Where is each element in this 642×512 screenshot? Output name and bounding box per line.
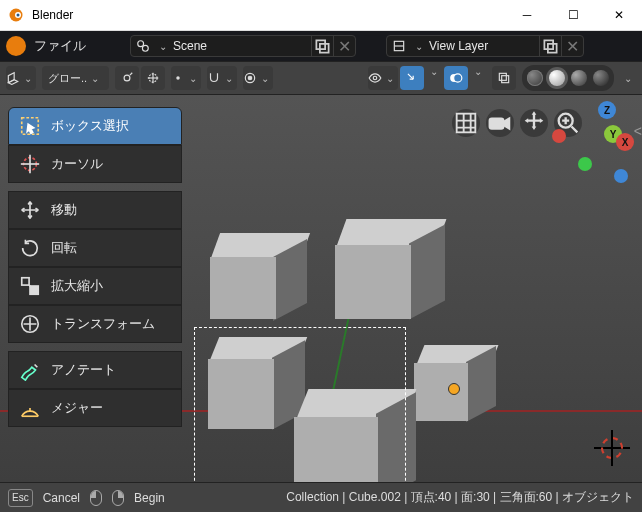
viewlayer-name[interactable]: View Layer xyxy=(427,39,539,53)
object-visibility-button[interactable]: ⌄ xyxy=(368,66,398,90)
tool-label: ボックス選択 xyxy=(51,117,129,135)
esc-key-hint: Esc xyxy=(8,489,33,507)
pan-view-button[interactable] xyxy=(520,109,548,137)
tool-cursor[interactable]: カーソル xyxy=(8,145,182,183)
cube-object[interactable] xyxy=(335,219,441,325)
delete-viewlayer-button[interactable]: ✕ xyxy=(561,35,583,57)
shading-options-chevron-icon[interactable]: ⌄ xyxy=(620,73,636,84)
window-minimize-button[interactable]: ─ xyxy=(504,0,550,30)
window-title: Blender xyxy=(32,8,504,22)
window-close-button[interactable]: ✕ xyxy=(596,0,642,30)
mouse-right-icon xyxy=(112,490,124,506)
svg-point-10 xyxy=(124,75,130,81)
svg-point-2 xyxy=(17,14,20,17)
viewlayer-selector[interactable]: ⌄ View Layer ✕ xyxy=(386,35,584,57)
show-overlays-button[interactable] xyxy=(444,66,468,90)
new-viewlayer-button[interactable] xyxy=(539,35,561,57)
file-menu[interactable]: ファイル xyxy=(34,37,86,55)
svg-rect-30 xyxy=(490,118,504,128)
tool-label: メジャー xyxy=(51,399,103,417)
xray-toggle-button[interactable] xyxy=(492,66,516,90)
svg-point-4 xyxy=(142,45,148,51)
tool-annotate[interactable]: アノテート xyxy=(8,351,182,389)
svg-rect-20 xyxy=(499,73,506,80)
svg-rect-21 xyxy=(502,76,509,83)
grid-view-button[interactable] xyxy=(452,109,480,137)
tool-label: トランスフォーム xyxy=(51,315,155,333)
snap-button[interactable]: ⌄ xyxy=(207,66,237,90)
begin-hint: Begin xyxy=(134,491,165,505)
window-titlebar: Blender ─ ☐ ✕ xyxy=(0,0,642,31)
tool-label: 移動 xyxy=(51,201,77,219)
wireframe-shading-button[interactable] xyxy=(524,67,546,89)
tool-box-select[interactable]: ボックス選択 xyxy=(8,107,182,145)
cursor-icon xyxy=(19,153,41,175)
new-scene-button[interactable] xyxy=(311,35,333,57)
top-menubar: ファイル ⌄ Scene ✕ ⌄ View Layer ✕ xyxy=(0,31,642,61)
mode-label: グロー.. xyxy=(48,71,87,86)
solid-shading-button[interactable] xyxy=(546,67,568,89)
scene-name[interactable]: Scene xyxy=(171,39,311,53)
tool-scale[interactable]: 拡大縮小 xyxy=(8,267,182,305)
chevron-down-icon: ⌄ xyxy=(155,41,171,52)
transform-icon xyxy=(19,313,41,335)
tool-label: 回転 xyxy=(51,239,77,257)
select-mode-button[interactable] xyxy=(115,66,139,90)
tool-shelf: ボックス選択 カーソル 移動 回転 拡大縮小 トランスフォーム アノテート xyxy=(8,107,182,427)
gizmo-neg-y-icon[interactable] xyxy=(578,157,592,171)
viewport-header: ⌄ グロー..⌄ ⌄ ⌄ ⌄ ⌄ ⌄ ⌄ ⌄ xyxy=(0,61,642,95)
tool-move[interactable]: 移動 xyxy=(8,191,182,229)
box-select-marquee xyxy=(194,327,406,482)
box-select-icon xyxy=(19,115,41,137)
scene-selector[interactable]: ⌄ Scene ✕ xyxy=(130,35,356,57)
svg-point-16 xyxy=(248,76,252,80)
status-bar: Esc Cancel Begin Collection | Cube.002 |… xyxy=(0,482,642,512)
matpreview-shading-button[interactable] xyxy=(568,67,590,89)
rotate-icon xyxy=(19,237,41,259)
gizmo-neg-z-icon[interactable] xyxy=(614,169,628,183)
svg-point-3 xyxy=(138,41,144,47)
move-icon xyxy=(19,199,41,221)
mode-selector[interactable]: グロー..⌄ xyxy=(42,66,109,90)
cursor-tool-button[interactable] xyxy=(141,66,165,90)
tool-measure[interactable]: メジャー xyxy=(8,389,182,427)
sidebar-collapse-chevron-icon[interactable]: < xyxy=(634,123,642,139)
pivot-button[interactable]: ⌄ xyxy=(171,66,201,90)
cube-object[interactable] xyxy=(215,233,305,323)
gizmo-neg-x-icon[interactable] xyxy=(552,129,566,143)
gizmo-z-axis[interactable]: Z xyxy=(598,101,616,119)
show-gizmo-button[interactable] xyxy=(400,66,424,90)
svg-point-14 xyxy=(176,76,180,80)
editor-type-button[interactable]: ⌄ xyxy=(6,66,36,90)
tool-label: アノテート xyxy=(51,361,116,379)
rendered-shading-button[interactable] xyxy=(590,67,612,89)
scale-icon xyxy=(19,275,41,297)
svg-rect-27 xyxy=(22,278,29,285)
navigation-gizmo[interactable]: Z Y X xyxy=(578,101,634,157)
svg-point-17 xyxy=(373,76,377,80)
svg-rect-29 xyxy=(457,114,476,133)
blender-app-icon xyxy=(8,7,24,23)
scene-icon xyxy=(131,35,155,57)
tool-label: カーソル xyxy=(51,155,103,173)
mouse-left-icon xyxy=(90,490,102,506)
camera-view-button[interactable] xyxy=(486,109,514,137)
shading-mode-group xyxy=(522,65,614,91)
chevron-down-icon: ⌄ xyxy=(411,41,427,52)
object-origin-icon xyxy=(448,383,460,395)
svg-point-19 xyxy=(454,74,462,82)
delete-scene-button[interactable]: ✕ xyxy=(333,35,355,57)
viewlayer-icon xyxy=(387,35,411,57)
tool-rotate[interactable]: 回転 xyxy=(8,229,182,267)
3d-cursor-icon xyxy=(594,430,630,466)
cancel-hint: Cancel xyxy=(43,491,80,505)
3d-viewport[interactable]: ボックス選択 カーソル 移動 回転 拡大縮小 トランスフォーム アノテート xyxy=(0,95,642,482)
tool-label: 拡大縮小 xyxy=(51,277,103,295)
proportional-edit-button[interactable]: ⌄ xyxy=(243,66,273,90)
blender-logo-icon[interactable] xyxy=(6,36,26,56)
window-maximize-button[interactable]: ☐ xyxy=(550,0,596,30)
tool-transform[interactable]: トランスフォーム xyxy=(8,305,182,343)
measure-icon xyxy=(19,397,41,419)
stats-info: Collection | Cube.002 | 頂点:40 | 面:30 | 三… xyxy=(286,489,634,506)
gizmo-x-axis[interactable]: X xyxy=(616,133,634,151)
